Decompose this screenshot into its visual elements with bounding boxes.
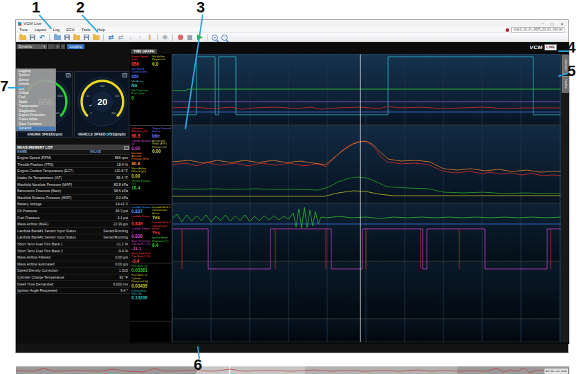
- stop-icon[interactable]: [186, 34, 194, 41]
- read-vehicle-icon[interactable]: ↓: [127, 34, 134, 41]
- channel-readout[interactable]: Manifold Absolute Pressure (kPa)80.8: [131, 152, 151, 166]
- layout-dropdown[interactable]: Dynamic▾: [17, 44, 47, 49]
- table-row[interactable]: Fuel Pressure-3.1 psi: [16, 214, 130, 221]
- channel-readout[interactable]: Cylinder Airmass (g)0.00: [131, 140, 151, 151]
- menu-ecu[interactable]: ECU: [63, 28, 78, 32]
- log-overview-scrubber[interactable]: 00:01:42.548: [16, 366, 569, 374]
- row-value: SensorRunning: [86, 229, 130, 233]
- channel-readout[interactable]: Mass Airflow Filtered (g/s)0.00: [131, 167, 151, 178]
- channel-label: Engine Speed (rpm): [131, 55, 151, 62]
- table-row[interactable]: Battery Voltage14.41 V: [16, 201, 130, 208]
- table-row[interactable]: Throttle Position (TPS)18.4 %: [16, 162, 130, 169]
- row-value: 856 rpm: [86, 156, 130, 160]
- plot-area[interactable]: [172, 54, 561, 342]
- open-folder-icon[interactable]: [92, 34, 100, 41]
- record-icon[interactable]: [176, 34, 184, 41]
- channel-readout[interactable]: Lambda Bank 1 Closed Loop ActiveYes: [152, 206, 172, 220]
- channel-readout[interactable]: Throttle Position (%)18.4: [131, 180, 151, 191]
- table-row[interactable]: Short Term Fuel Trim Bank 1-11.1 %: [16, 241, 130, 248]
- channel-label: Idle Airflow Requested: [152, 55, 172, 62]
- menu-bar: TuneLayoutLogECUToolsHelp Log 2_10_21_20…: [16, 27, 568, 33]
- channel-readout[interactable]: Lambda Setpoint0.837: [131, 206, 151, 214]
- table-row[interactable]: Dwell Time Demanded6.000 ms: [16, 281, 130, 288]
- menu-tools[interactable]: Tools: [78, 28, 94, 32]
- table-row[interactable]: Oil Pressure45.3 psi: [16, 208, 130, 215]
- table-row[interactable]: Mass Airflow (MAF)22.39 g/s: [16, 221, 130, 228]
- table-row[interactable]: Mass Airflow Filtered0.00 g/s: [16, 254, 130, 261]
- svg-text:50: 50: [86, 95, 89, 97]
- log-indicator: Log 2_10_21_2025_10_01_192.csl: [506, 27, 568, 32]
- channel-readout[interactable]: Idle Trajectory Error (rpm)0: [131, 89, 151, 100]
- dropdown-item-dynamic[interactable]: Dynamic: [17, 127, 55, 131]
- close-button[interactable]: ✕: [560, 21, 564, 26]
- connect-icon[interactable]: ⇄: [107, 34, 115, 41]
- play-icon[interactable]: [196, 34, 203, 41]
- channel-readout[interactable]: Torque Demand SourceIdle: [152, 127, 172, 138]
- channel-readout[interactable]: Short Term Fuel Trim Bank 2 (%)-9.4: [131, 252, 151, 263]
- row-value: 98.5 kPa: [86, 189, 130, 193]
- tab-logging[interactable]: Logging: [67, 44, 85, 49]
- side-tabs: Channels NavBar: [561, 54, 569, 342]
- table-row[interactable]: Intake Air Temperature (IAT)55.4 °F: [16, 175, 130, 182]
- save-log-icon[interactable]: [28, 34, 36, 41]
- table-row[interactable]: Barometric Pressure (Baro)98.5 kPa: [16, 188, 130, 195]
- write-vehicle-icon[interactable]: ↑: [136, 34, 144, 41]
- channel-value: 56.5: [131, 133, 151, 138]
- save-tune-icon[interactable]: [82, 34, 90, 41]
- channel-readout[interactable]: Idle Airflow Requested0.0: [152, 55, 172, 66]
- table-row[interactable]: Mass Airflow Estimated0.00 g/s: [16, 261, 130, 268]
- toolbar: ↶⇄⇄↓↑ℹ✱+−: [16, 33, 568, 42]
- toolbar-separator: [103, 34, 104, 41]
- table-row[interactable]: Short Term Fuel Trim Bank 2-9.4 %: [16, 247, 130, 254]
- zoom-out-icon[interactable]: −: [221, 34, 228, 41]
- channel-readout[interactable]: Priming Fuel Mass (g)0.13239: [131, 290, 151, 301]
- maximize-button[interactable]: ▢: [550, 21, 554, 26]
- panel-window-icon[interactable]: [124, 146, 129, 150]
- channel-readout[interactable]: Short Term Fuel Trim Bank 1 (%)-11.1: [131, 240, 151, 251]
- channel-readout[interactable]: Volumetric Efficiency (%)56.5: [131, 127, 151, 138]
- settings-icon[interactable]: ✱: [161, 34, 169, 41]
- channel-label: Manifold Absolute Pressure (kPa): [131, 152, 151, 161]
- scrubber-overview-trace: [16, 366, 549, 374]
- table-row[interactable]: Speed Density Correction1.015: [16, 268, 130, 274]
- channel-readout[interactable]: Idle Speed Desired (rpm)850: [131, 68, 151, 79]
- layout-spacer-button[interactable]: [48, 44, 55, 49]
- table-row[interactable]: Manifold Absolute Pressure (MAP)80.8 kPa: [16, 181, 130, 188]
- channel-readout[interactable]: Idle ActiveNo: [131, 80, 151, 88]
- add-page-button[interactable]: +: [55, 44, 60, 49]
- table-row[interactable]: Lambda Bank#2 Sensor Input StatusSensorR…: [16, 234, 130, 241]
- channel-readout[interactable]: Lambda Sensor 10.849: [131, 215, 151, 226]
- open-log-icon[interactable]: [19, 34, 26, 41]
- channel-readout[interactable]: Lambda Sensor 20.836: [131, 227, 151, 239]
- table-row[interactable]: Cylinder Charge Temperature92 °F: [16, 274, 130, 281]
- table-row[interactable]: Engine Speed (RPM)856 rpm: [16, 155, 130, 162]
- channel-value: 0.849: [131, 221, 151, 226]
- open-layout-icon[interactable]: [53, 34, 61, 41]
- menu-help[interactable]: Help: [94, 28, 109, 32]
- channel-readout[interactable]: Engine Speed (rpm)856: [131, 55, 151, 66]
- disconnect-icon[interactable]: ⇄: [117, 34, 125, 41]
- open-tune-icon[interactable]: [73, 34, 80, 41]
- table-row[interactable]: Manifold Relative Pressure (MRP)-3.0 kPa: [16, 195, 130, 202]
- channel-readout[interactable]: Lambda Bank 2 Closed Loop ActiveYes: [152, 221, 172, 235]
- channel-readout[interactable]: Ignition Angle Requested (°)6.4: [152, 236, 172, 247]
- channel-readout[interactable]: Fuel Mass To Cylinder Requested (g)0.034…: [131, 274, 151, 288]
- channel-readout[interactable]: Fuel Mass (g)0.03361: [131, 265, 151, 272]
- menu-log[interactable]: Log: [50, 28, 63, 32]
- table-row[interactable]: Lambda Bank#1 Sensor Input StatusSensorR…: [16, 228, 130, 235]
- channel-value: 0.0: [152, 62, 172, 66]
- annotation-number-3: 3: [196, 0, 205, 15]
- table-row[interactable]: Engine Coolant Temperature (ECT)120.8 °F: [16, 168, 130, 175]
- menu-layout[interactable]: Layout: [31, 28, 50, 32]
- undo-icon[interactable]: ↶: [38, 34, 46, 41]
- vehicle-info-icon[interactable]: ℹ: [146, 34, 154, 41]
- channel-value: 0.837: [131, 209, 151, 214]
- channel-readout[interactable]: Accelerator Pedal (APP) Position (%)0.00: [152, 140, 172, 153]
- zoom-in-icon[interactable]: +: [211, 34, 219, 41]
- table-row[interactable]: Ignition Angle Requested6.4 °: [16, 288, 130, 294]
- log-filename[interactable]: Log 2_10_21_2025_10_01_192.csl: [511, 27, 564, 32]
- save-layout-icon[interactable]: [63, 34, 71, 41]
- minimize-button[interactable]: –: [542, 21, 544, 26]
- menu-tune[interactable]: Tune: [16, 28, 31, 32]
- remove-page-button[interactable]: -: [61, 44, 65, 49]
